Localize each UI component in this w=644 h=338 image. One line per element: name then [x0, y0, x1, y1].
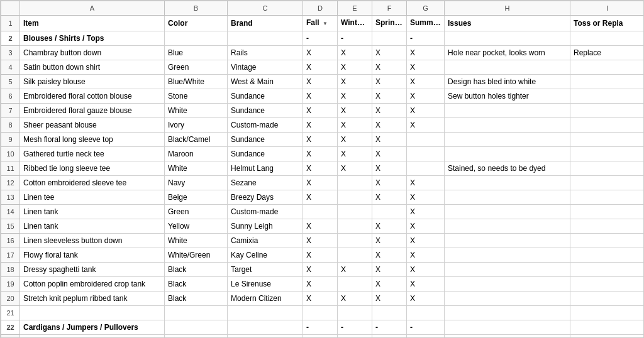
col-letter-g: G	[407, 1, 445, 16]
cell-toss-replace	[570, 219, 645, 234]
cell-item: Embroidered floral cotton blouse	[20, 89, 165, 104]
cell-brand: Kay Celine	[228, 248, 303, 263]
column-header-spring[interactable]: Spring ▼	[372, 16, 407, 31]
column-header-issues[interactable]: Issues	[445, 16, 570, 31]
table-row: 12Cotton embroidered sleeve teeNavySezan…	[1, 176, 645, 190]
cell-color: Green	[165, 205, 228, 219]
cell-summer	[407, 147, 445, 161]
cell-fall: X	[303, 248, 338, 263]
filter-icon[interactable]: ▼	[368, 18, 372, 30]
cell-item: Stretch knit peplum ribbed tank	[20, 292, 165, 306]
cell-summer: X	[407, 190, 445, 205]
cell-fall: X	[303, 147, 338, 161]
table-row: 23Maxi cardigan oversizedGrayModern Citi…	[1, 335, 645, 339]
cell-brand: Vintage	[228, 60, 303, 75]
cell-issues	[445, 263, 570, 277]
cell-toss-replace	[570, 306, 645, 320]
cell-color: Ivory	[165, 118, 228, 133]
cell-item	[20, 306, 165, 320]
cell-spring: X	[372, 46, 407, 60]
table-row: 5Silk paisley blouseBlue/WhiteWest & Mai…	[1, 75, 645, 89]
cell-winter	[338, 234, 372, 248]
column-header-color[interactable]: Color	[165, 16, 228, 31]
table-row: 16Linen sleeveless button downWhiteCamix…	[1, 234, 645, 248]
cell-issues	[445, 133, 570, 147]
cell-winter: X	[338, 75, 372, 89]
cell-fall: -	[303, 31, 338, 46]
cell-item: Sheer peasant blouse	[20, 118, 165, 133]
table-row: 10Gathered turtle neck teeMaroonSundance…	[1, 147, 645, 161]
column-header-brand[interactable]: Brand	[228, 16, 303, 31]
cell-summer: X	[407, 46, 445, 60]
cell-spring: X	[372, 60, 407, 75]
cell-color: Beige	[165, 190, 228, 205]
cell-winter: X	[338, 292, 372, 306]
cell-color: Yellow	[165, 219, 228, 234]
cell-winter: X	[338, 104, 372, 118]
cell-brand: Sundance	[228, 133, 303, 147]
cell-summer: X	[407, 277, 445, 292]
cell-fall: X	[303, 292, 338, 306]
cell-toss-replace	[570, 89, 645, 104]
cell-spring: X	[372, 89, 407, 104]
cell-brand: Camixia	[228, 234, 303, 248]
cell-brand: Rails	[228, 46, 303, 60]
table-row: 9Mesh floral long sleeve topBlack/CamelS…	[1, 133, 645, 147]
cell-fall	[303, 205, 338, 219]
cell-winter: X	[338, 60, 372, 75]
cell-color: White/Green	[165, 248, 228, 263]
cell-color: Blue	[165, 46, 228, 60]
cell-winter	[338, 205, 372, 219]
cell-fall: X	[303, 118, 338, 133]
cell-issues	[445, 176, 570, 190]
row-number: 10	[1, 147, 20, 161]
cell-item: Cotton poplin embroidered crop tank	[20, 277, 165, 292]
column-header-toss-replace[interactable]: Toss or Repla	[570, 16, 645, 31]
cell-color	[165, 306, 228, 320]
col-letter-d: D	[303, 1, 338, 16]
column-header-fall[interactable]: Fall ▼	[303, 16, 338, 31]
cell-spring: X	[372, 161, 407, 176]
cell-item: Linen tank	[20, 219, 165, 234]
row-number: 3	[1, 46, 20, 60]
cell-brand: Breezy Days	[228, 190, 303, 205]
filter-icon[interactable]: ▼	[402, 18, 406, 30]
cell-fall: X	[303, 104, 338, 118]
cell-issues	[445, 147, 570, 161]
cell-winter: X	[338, 161, 372, 176]
cell-summer: X	[407, 292, 445, 306]
cell-winter: -	[338, 31, 372, 46]
cell-summer	[407, 133, 445, 147]
cell-brand: Sundance	[228, 89, 303, 104]
cell-toss-replace	[570, 292, 645, 306]
filter-icon[interactable]: ▼	[323, 18, 328, 30]
row-number: 11	[1, 161, 20, 176]
col-letter-b: B	[165, 1, 228, 16]
table-row: 4Satin button down shirtGreenVintageXXXX	[1, 60, 645, 75]
cell-spring	[372, 306, 407, 320]
cell-summer: X	[407, 60, 445, 75]
cell-issues	[445, 277, 570, 292]
cell-item: Linen sleeveless button down	[20, 234, 165, 248]
cell-issues	[445, 306, 570, 320]
table-row: 14Linen tankGreenCustom-madeX	[1, 205, 645, 219]
column-header-winter[interactable]: Winter ▼	[338, 16, 372, 31]
cell-fall: X	[303, 89, 338, 104]
cell-fall: -	[303, 320, 338, 335]
cell-spring: X	[372, 118, 407, 133]
cell-toss-replace	[570, 335, 645, 339]
cell-issues	[445, 205, 570, 219]
row-number: 15	[1, 219, 20, 234]
table-row: 19Cotton poplin embroidered crop tankBla…	[1, 277, 645, 292]
cell-issues: Sew button holes tighter	[445, 89, 570, 104]
cell-fall: X	[303, 75, 338, 89]
row-number: 17	[1, 248, 20, 263]
row-number: 22	[1, 320, 20, 335]
row-number: 20	[1, 292, 20, 306]
cell-color: Gray	[165, 335, 228, 339]
cell-winter	[338, 176, 372, 190]
cell-summer: X	[407, 219, 445, 234]
table-row: 22Cardigans / Jumpers / Pullovers----	[1, 320, 645, 335]
column-header-item[interactable]: Item	[20, 16, 165, 31]
column-header-summer[interactable]: Summer ▼	[407, 16, 445, 31]
